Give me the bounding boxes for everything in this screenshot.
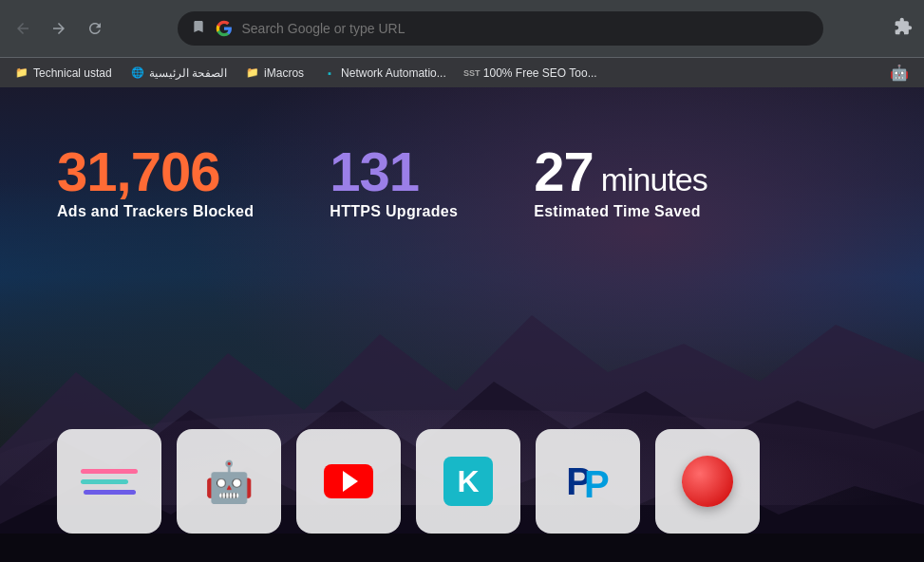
robot-icon: 🤖 (204, 459, 254, 505)
https-label: HTTPS Upgrades (330, 203, 458, 220)
streamline-line-3 (84, 490, 136, 495)
streamline-line-2 (81, 479, 128, 484)
ads-blocked-number: 31,706 (57, 144, 254, 199)
https-number: 131 (330, 144, 458, 199)
quick-access-k[interactable]: K (416, 429, 520, 534)
youtube-play-icon (343, 471, 358, 492)
stat-https: 131 HTTPS Upgrades (330, 144, 458, 220)
ads-blocked-label: Ads and Trackers Blocked (57, 203, 254, 220)
stats-container: 31,706 Ads and Trackers Blocked 131 HTTP… (57, 144, 707, 220)
bookmark-extensions[interactable]: 🤖 (882, 61, 916, 84)
network-icon: ▪ (323, 66, 336, 80)
bookmark-network[interactable]: ▪ Network Automatio... (315, 64, 454, 83)
address-bar[interactable] (178, 11, 823, 46)
quick-access-youtube[interactable] (296, 429, 401, 534)
back-button[interactable] (11, 17, 34, 40)
bookmark-label: Network Automatio... (341, 66, 446, 80)
globe-icon: 🌐 (131, 66, 144, 80)
robot-icon: 🤖 (890, 64, 909, 82)
sst-icon: SST (465, 66, 479, 80)
browser-chrome (0, 0, 924, 57)
bookmark-label: الصفحة الرئيسية (149, 66, 227, 80)
paypal-icon: P P (566, 458, 609, 506)
k-icon: K (443, 457, 493, 506)
bookmark-technical-ustad[interactable]: 📁 Technical ustad (8, 64, 120, 83)
bookmark-seo[interactable]: SST 100% Free SEO Too... (458, 64, 605, 83)
bookmarks-bar: 📁 Technical ustad 🌐 الصفحة الرئيسية 📁 iM… (0, 57, 924, 87)
google-logo (216, 20, 233, 37)
quick-access-streamline[interactable] (57, 429, 161, 534)
time-number: 27minutes (534, 144, 707, 199)
folder-icon: 📁 (15, 66, 28, 80)
nav-buttons (11, 17, 106, 40)
streamline-icon (81, 469, 138, 495)
bookmark-label: iMacros (264, 66, 304, 80)
quick-access-paypal[interactable]: P P (536, 429, 640, 534)
svg-rect-1 (0, 534, 924, 562)
stat-time-saved: 27minutes Estimated Time Saved (534, 144, 707, 220)
main-content: 31,706 Ads and Trackers Blocked 131 HTTP… (0, 87, 924, 562)
youtube-icon (324, 464, 373, 498)
forward-button[interactable] (47, 17, 70, 40)
bookmark-label: Technical ustad (33, 66, 112, 80)
red-circle-icon (682, 456, 733, 507)
extensions-icon[interactable] (894, 17, 913, 40)
bookmark-icon (191, 19, 206, 38)
time-label: Estimated Time Saved (534, 203, 707, 220)
quick-access-red[interactable] (655, 429, 760, 534)
reload-button[interactable] (84, 17, 106, 40)
stat-ads-blocked: 31,706 Ads and Trackers Blocked (57, 144, 254, 220)
folder-icon: 📁 (246, 66, 259, 80)
paypal-p2-icon: P (584, 463, 610, 506)
bookmark-arabic-page[interactable]: 🌐 الصفحة الرئيسية (123, 64, 235, 83)
streamline-line-1 (81, 469, 138, 474)
quick-access-grid: 🤖 K P P (57, 429, 760, 534)
bookmark-imacros[interactable]: 📁 iMacros (238, 64, 311, 83)
address-input[interactable] (242, 21, 810, 36)
quick-access-robot[interactable]: 🤖 (177, 429, 281, 534)
bookmark-label: 100% Free SEO Too... (483, 66, 597, 80)
